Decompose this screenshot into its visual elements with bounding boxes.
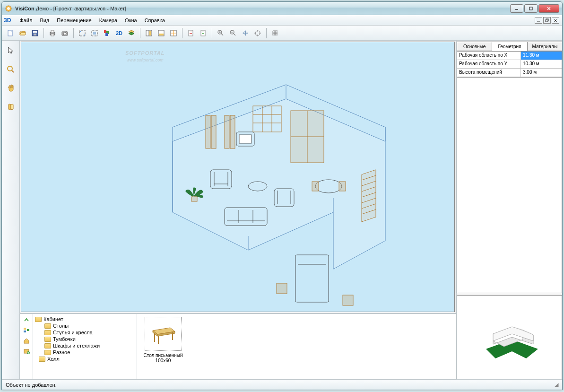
view-2d-icon[interactable]: 2D [113,27,125,39]
svg-text:2D: 2D [116,30,122,36]
prop-work-area-x[interactable]: Рабочая область по X 11.30 м [457,52,562,60]
library-panel: Кабинет Столы Стулья и кресла Тумбочки Ш… [20,313,456,379]
doc-green-icon[interactable] [198,27,209,39]
menu-view[interactable]: Вид [36,16,53,25]
layers-icon[interactable] [126,27,137,39]
resize-grip-icon[interactable]: ◢ [555,382,558,388]
svg-rect-73 [225,115,229,148]
mdi-minimize-button[interactable] [535,17,542,24]
folder-icon [44,350,51,355]
mini-preview[interactable] [457,295,562,379]
svg-rect-74 [230,115,235,148]
folder-icon [35,317,42,322]
folder-stulya[interactable]: Стулья и кресла [35,329,135,336]
svg-rect-26 [104,30,106,33]
svg-rect-8 [546,20,548,22]
lib-up-icon[interactable] [23,317,30,324]
orbit-tool-icon[interactable] [5,101,17,113]
tab-geometry[interactable]: Геометрия [492,42,527,51]
zoom-out-icon[interactable] [227,27,239,39]
svg-rect-84 [239,135,252,143]
mdi-close-button[interactable] [552,17,559,24]
new-icon[interactable] [5,27,16,39]
open-icon[interactable] [17,27,28,39]
color-add-icon[interactable] [101,27,113,39]
object-desk[interactable]: Стол письменный 100х60 [142,317,184,363]
toolbar: 2D [2,26,562,41]
move-icon[interactable] [240,27,251,39]
scene-3d [21,42,447,307]
svg-line-65 [12,70,14,72]
logo-3d[interactable]: 3D [4,17,11,24]
svg-rect-16 [51,30,54,33]
maximize-button[interactable] [524,4,538,13]
svg-rect-98 [312,182,319,191]
print-icon[interactable] [47,27,58,39]
zoom-in-icon[interactable] [215,27,226,39]
folder-shkafy[interactable]: Шкафы и стеллажи [35,342,135,349]
panel-bottom-icon[interactable] [156,27,167,39]
tab-main[interactable]: Основные [457,42,492,51]
svg-rect-85 [191,197,197,201]
folder-icon [44,343,51,348]
properties-panel: Основные Геометрия Материалы Рабочая обл… [456,41,562,379]
folder-hall[interactable]: Холл [35,356,135,362]
svg-rect-13 [33,31,37,33]
window-title: VisiCon Демо - [Проект квартиры.vcn - Ма… [15,6,510,11]
left-toolbar [2,41,20,379]
folder-icon [39,357,45,362]
panel-grid-icon[interactable] [168,27,179,39]
svg-point-64 [8,66,12,71]
folder-tumbochki[interactable]: Тумбочки [35,336,135,342]
lib-add-icon[interactable] [23,348,30,356]
app-icon [5,5,12,12]
library-objects: Стол письменный 100х60 [137,314,456,379]
select-tool-icon[interactable] [5,44,17,57]
folder-raznoe[interactable]: Разное [35,349,135,356]
mini-preview-scene [467,304,552,370]
status-text: Объект не добавлен. [6,382,57,388]
panel-split-icon[interactable] [143,27,155,39]
menu-camera[interactable]: Камера [95,16,121,25]
layout-view-icon[interactable] [89,27,100,39]
svg-rect-72 [211,115,216,148]
zoom-tool-icon[interactable] [5,63,17,76]
tab-materials[interactable]: Материалы [527,42,562,51]
svg-point-23 [84,35,85,35]
svg-line-49 [234,34,235,35]
viewport-3d[interactable]: SOFTPORTAL www.softportal.com [21,42,455,312]
grid-icon[interactable] [269,27,281,39]
desk-preview-icon [149,322,177,346]
svg-rect-114 [27,329,29,331]
object-label: Стол письменный 100х60 [142,353,184,363]
lib-home-icon[interactable] [23,338,30,345]
prop-work-area-y[interactable]: Рабочая область по Y 10.30 м [457,60,562,69]
svg-rect-17 [51,34,54,36]
layout-edit-icon[interactable] [77,27,88,39]
doc-red-icon[interactable] [185,27,197,39]
menu-help[interactable]: Справка [141,16,169,25]
save-icon[interactable] [29,27,41,39]
statusbar: Объект не добавлен. ◢ [2,379,562,390]
menu-windows[interactable]: Окна [121,16,141,25]
mdi-restore-button[interactable] [543,17,551,24]
svg-rect-14 [34,34,36,35]
pan-tool-icon[interactable] [5,82,17,95]
folder-stoly[interactable]: Столы [35,322,135,329]
svg-rect-43 [202,33,204,34]
folder-icon [44,337,51,342]
svg-rect-110 [343,295,353,305]
svg-rect-32 [149,31,151,35]
camera-icon[interactable] [59,27,70,39]
prop-room-height[interactable]: Высота помещений 3.00 м [457,69,562,77]
menu-move[interactable]: Перемещение [53,16,95,25]
target-icon[interactable] [252,27,263,39]
close-button[interactable] [538,4,559,13]
menu-file[interactable]: Файл [16,16,36,25]
library-tree[interactable]: Кабинет Столы Стулья и кресла Тумбочки Ш… [33,314,137,379]
svg-rect-112 [24,328,26,330]
folder-kabinet[interactable]: Кабинет [35,316,135,322]
minimize-button[interactable] [510,4,523,13]
lib-tree-icon[interactable] [23,327,30,335]
svg-rect-113 [24,331,26,332]
